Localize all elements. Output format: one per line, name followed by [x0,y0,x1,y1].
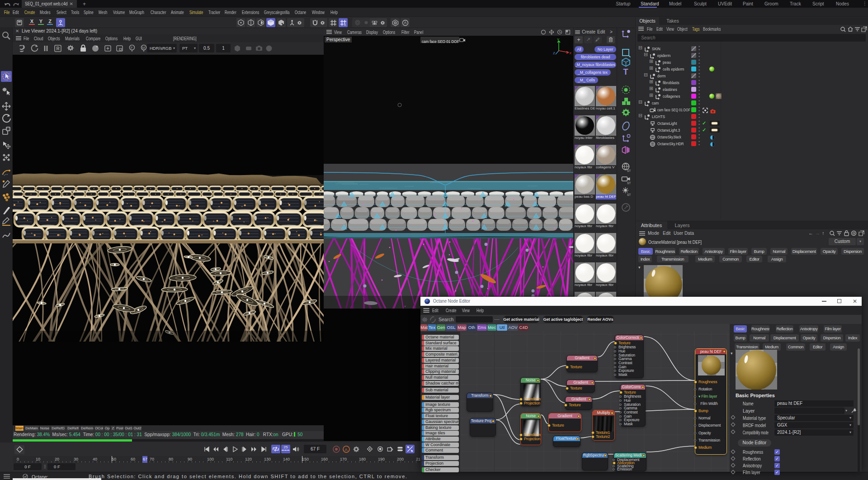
svg-text:Z: Z [553,51,555,55]
svg-text:A: A [404,20,406,25]
svg-text:M: M [142,46,145,50]
svg-text:F: F [131,46,133,50]
svg-text:ST: ST [627,193,631,196]
svg-text:A: A [344,24,346,26]
svg-text:X: X [569,51,571,55]
svg-text:Y: Y [557,38,560,42]
svg-text:T: T [623,67,628,76]
svg-text:ST: ST [627,169,631,172]
svg-text:ST: ST [627,181,631,185]
svg-text:A: A [345,447,348,452]
svg-text:R: R [57,46,60,51]
